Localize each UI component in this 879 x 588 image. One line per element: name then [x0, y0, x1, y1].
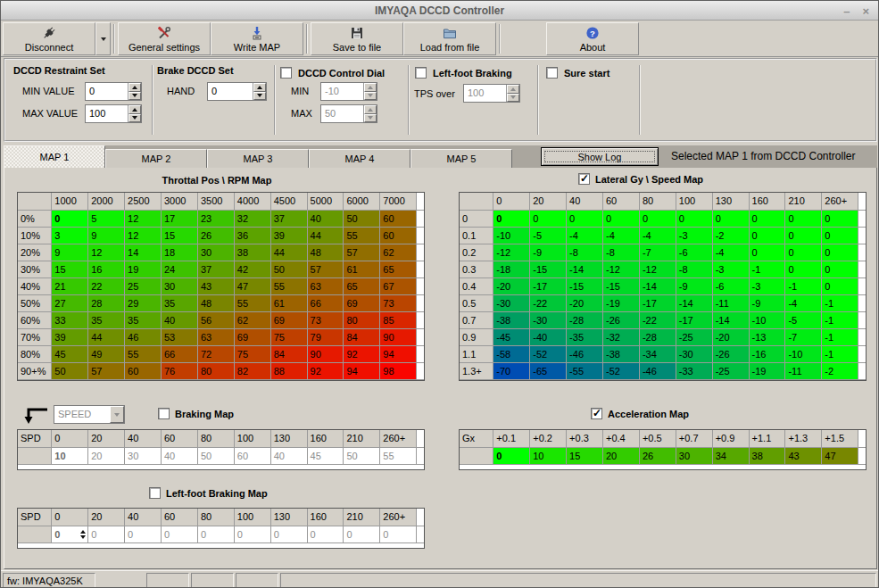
map-cell[interactable]: -22: [639, 311, 676, 328]
map-cell[interactable]: -8: [603, 244, 640, 261]
map-cell[interactable]: 26: [639, 447, 676, 464]
left-foot-braking-map-checkbox[interactable]: [149, 487, 161, 499]
tab-map-1[interactable]: MAP 1: [4, 145, 105, 168]
max-value-field[interactable]: 100: [86, 105, 128, 122]
spin-down-button[interactable]: [253, 92, 266, 101]
map-cell[interactable]: 47: [822, 447, 858, 464]
map-cell[interactable]: 21: [52, 277, 88, 294]
map-cell[interactable]: 63: [197, 328, 234, 345]
map-cell[interactable]: -19: [603, 294, 640, 311]
min-value-spinner[interactable]: 0: [85, 82, 142, 101]
spin-down-button[interactable]: [129, 114, 141, 123]
map-cell[interactable]: 61: [344, 261, 380, 277]
map-cell[interactable]: -4: [712, 244, 749, 261]
map-cell[interactable]: 40: [162, 311, 198, 328]
map-cell[interactable]: 9: [52, 244, 88, 261]
map-cell[interactable]: 55: [125, 345, 162, 362]
spin-up-button[interactable]: [129, 105, 141, 114]
map-cell[interactable]: 44: [307, 227, 344, 244]
map-cell[interactable]: 69: [270, 311, 307, 328]
map-cell[interactable]: -7: [639, 244, 676, 261]
general-settings-button[interactable]: General settings: [118, 22, 211, 55]
map-cell[interactable]: -46: [567, 345, 603, 362]
map-cell[interactable]: 42: [234, 261, 270, 277]
map-cell[interactable]: 84: [344, 328, 380, 345]
about-button[interactable]: ?About: [546, 22, 639, 55]
map-cell[interactable]: 66: [162, 345, 198, 362]
map-cell[interactable]: 0: [493, 447, 530, 464]
map-cell[interactable]: -40: [530, 328, 567, 345]
map-cell[interactable]: -30: [493, 294, 530, 311]
map-cell[interactable]: 60: [234, 447, 270, 464]
map-cell[interactable]: -2: [822, 362, 858, 379]
map-cell[interactable]: 62: [234, 311, 270, 328]
map-cell[interactable]: 0: [749, 244, 785, 261]
map-cell[interactable]: 82: [234, 362, 270, 379]
write-map-button[interactable]: Write MAP: [211, 22, 303, 55]
map-cell[interactable]: 25: [125, 277, 162, 294]
map-cell[interactable]: -16: [749, 345, 785, 362]
map-cell[interactable]: 27: [52, 294, 88, 311]
map-cell[interactable]: -7: [785, 328, 822, 345]
map-cell[interactable]: 0: [822, 210, 858, 227]
map-cell[interactable]: 35: [125, 311, 162, 328]
map-cell[interactable]: 0: [822, 244, 858, 261]
map-cell[interactable]: 65: [380, 261, 417, 277]
map-cell[interactable]: 0: [712, 210, 749, 227]
map-cell[interactable]: 47: [234, 277, 270, 294]
map-cell[interactable]: 66: [307, 294, 344, 311]
map-cell[interactable]: 0: [785, 210, 822, 227]
map-cell[interactable]: 0: [785, 227, 822, 244]
map-cell[interactable]: 23: [197, 210, 234, 227]
map-cell[interactable]: -33: [676, 362, 712, 379]
map-cell[interactable]: 0: [822, 227, 858, 244]
map-cell[interactable]: 0: [162, 526, 198, 542]
map-cell[interactable]: 94: [380, 345, 417, 362]
hand-spinner[interactable]: 0: [207, 82, 267, 101]
map-cell[interactable]: 69: [234, 328, 270, 345]
save-to-file-button[interactable]: Save to file: [311, 22, 403, 55]
map-cell[interactable]: -6: [676, 244, 712, 261]
map-cell[interactable]: 15: [162, 227, 198, 244]
map-cell[interactable]: 0: [530, 210, 567, 227]
map-cell[interactable]: -2: [712, 227, 749, 244]
map-cell[interactable]: -4: [603, 227, 640, 244]
map-cell[interactable]: 60: [380, 227, 417, 244]
map-cell[interactable]: 57: [88, 362, 125, 379]
map-cell[interactable]: 30: [125, 447, 162, 464]
map-cell[interactable]: 37: [197, 261, 234, 277]
map-cell[interactable]: 0: [380, 526, 417, 542]
map-cell[interactable]: -46: [639, 362, 676, 379]
spin-up-button[interactable]: [129, 83, 141, 92]
map-cell[interactable]: -1: [749, 261, 785, 277]
map-cell[interactable]: -11: [785, 362, 822, 379]
dccd-control-dial-checkbox[interactable]: [280, 67, 292, 79]
braking-map-checkbox[interactable]: [158, 408, 170, 419]
map-cell[interactable]: 43: [197, 277, 234, 294]
map-cell[interactable]: -17: [530, 277, 567, 294]
map-cell[interactable]: 36: [234, 227, 270, 244]
map-cell[interactable]: 9: [88, 227, 125, 244]
map-cell[interactable]: 10: [530, 447, 567, 464]
hand-field[interactable]: 0: [208, 83, 253, 100]
map-cell[interactable]: -34: [639, 345, 676, 362]
map-cell[interactable]: -26: [603, 311, 640, 328]
map-cell[interactable]: 45: [307, 447, 344, 464]
map-cell[interactable]: 90: [307, 345, 344, 362]
map-cell[interactable]: 57: [307, 261, 344, 277]
map-cell[interactable]: 30: [162, 277, 198, 294]
map-cell[interactable]: -10: [493, 227, 530, 244]
map-cell[interactable]: 15: [567, 447, 603, 464]
map-cell[interactable]: 63: [307, 277, 344, 294]
map-cell[interactable]: -25: [712, 362, 749, 379]
map-cell[interactable]: -12: [603, 261, 640, 277]
map-cell[interactable]: 12: [125, 227, 162, 244]
map-cell[interactable]: 12: [125, 210, 162, 227]
map-cell[interactable]: -15: [530, 261, 567, 277]
map-cell[interactable]: 0: [344, 526, 380, 542]
map-cell[interactable]: -17: [639, 294, 676, 311]
map-cell[interactable]: 90: [380, 328, 417, 345]
map-cell[interactable]: 0: [197, 526, 234, 542]
map-cell[interactable]: 0: [125, 526, 162, 542]
disconnect-dropdown-button[interactable]: [95, 22, 111, 55]
